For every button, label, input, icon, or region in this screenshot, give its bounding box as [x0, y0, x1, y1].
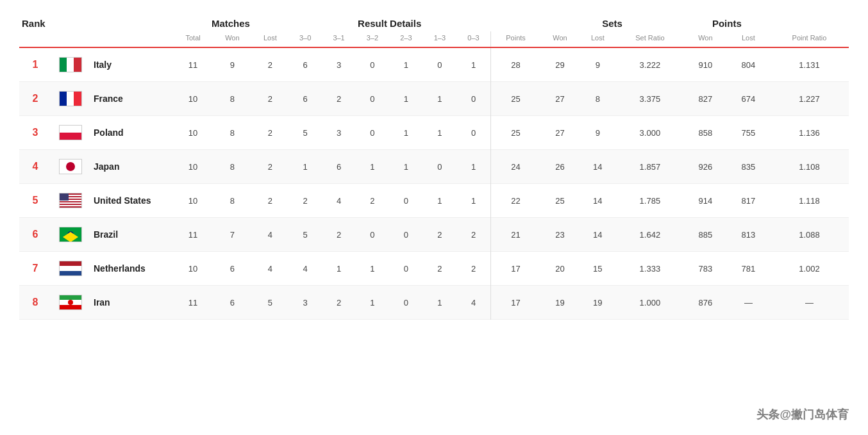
- point-ratio-cell: 1.088: [770, 218, 849, 252]
- points-cell: 17: [490, 252, 540, 286]
- r32-cell: 1: [356, 252, 389, 286]
- r32-cell: 1: [356, 150, 389, 184]
- r23-cell: 0: [389, 184, 422, 218]
- watermark: 头条@撇门岛体育: [756, 407, 849, 422]
- country-name-cell: Iran: [90, 286, 173, 320]
- r32-cell: 1: [356, 286, 389, 320]
- set-ratio-cell: 1.642: [616, 218, 684, 252]
- pts-lost-cell: 755: [727, 116, 770, 150]
- subh-sets-won: Won: [540, 31, 580, 47]
- table-row: 6 Brazil 11 7 4 5 2 0 0 2 2 21 23 14 1.6…: [19, 218, 849, 252]
- r03-cell: 1: [456, 150, 490, 184]
- point-ratio-cell: 1.118: [770, 184, 849, 218]
- set-ratio-cell: 1.785: [616, 184, 684, 218]
- sub-header-row: Total Won Lost 3–0 3–1 3–2 2–3 1–3 0–3 P…: [19, 31, 849, 47]
- flag-cell: [51, 82, 90, 116]
- subh-total: Total: [173, 31, 213, 47]
- won-cell: 6: [213, 252, 252, 286]
- country-name-cell: Poland: [90, 116, 173, 150]
- subh-r32: 3–2: [356, 31, 389, 47]
- pts-lost-cell: 813: [727, 218, 770, 252]
- r31-cell: 3: [322, 48, 355, 82]
- r30-cell: 5: [288, 116, 322, 150]
- subh-point-ratio: Point Ratio: [770, 31, 849, 47]
- subh-rank: [19, 31, 51, 47]
- lost-cell: 2: [252, 48, 288, 82]
- r23-cell: 1: [389, 48, 422, 82]
- r31-cell: 6: [322, 150, 355, 184]
- rank-cell: 3: [19, 116, 51, 150]
- pts-won-cell: 926: [684, 150, 727, 184]
- set-ratio-cell: 1.000: [616, 286, 684, 320]
- total-cell: 10: [173, 184, 213, 218]
- rank-cell: 8: [19, 286, 51, 320]
- r23-cell: 0: [389, 252, 422, 286]
- total-cell: 10: [173, 252, 213, 286]
- total-cell: 10: [173, 82, 213, 116]
- lost-cell: 2: [252, 82, 288, 116]
- section-header-row: Rank Matches Result Details Sets Points: [19, 13, 849, 31]
- table-body: 1 Italy 11 9 2 6 3 0 1 0 1 28 29 9 3.222…: [19, 48, 849, 320]
- subh-r23: 2–3: [389, 31, 422, 47]
- sets-won-cell: 23: [540, 218, 580, 252]
- sets-won-cell: 25: [540, 184, 580, 218]
- r30-cell: 6: [288, 82, 322, 116]
- sets-lost-cell: 8: [580, 82, 616, 116]
- result-details-section-header: Result Details: [288, 13, 491, 31]
- country-name-cell: Brazil: [90, 218, 173, 252]
- lost-cell: 4: [252, 218, 288, 252]
- sets-won-cell: 27: [540, 82, 580, 116]
- pts-won-cell: 914: [684, 184, 727, 218]
- subh-pts-won: Won: [684, 31, 727, 47]
- matches-section-header: Matches: [173, 13, 288, 31]
- flag-cell: [51, 48, 90, 82]
- points-cell: 22: [490, 184, 540, 218]
- flag-cell: [51, 252, 90, 286]
- sets-lost-cell: 9: [580, 116, 616, 150]
- r13-cell: 1: [423, 286, 456, 320]
- flag-cell: [51, 116, 90, 150]
- set-ratio-cell: 3.222: [616, 48, 684, 82]
- sets-lost-cell: 14: [580, 218, 616, 252]
- sets-won-cell: 27: [540, 116, 580, 150]
- won-cell: 7: [213, 218, 252, 252]
- subh-r31: 3–1: [322, 31, 355, 47]
- won-cell: 6: [213, 286, 252, 320]
- total-cell: 10: [173, 116, 213, 150]
- r30-cell: 5: [288, 218, 322, 252]
- r13-cell: 0: [423, 48, 456, 82]
- r13-cell: 1: [423, 116, 456, 150]
- set-ratio-cell: 1.857: [616, 150, 684, 184]
- rank-cell: 7: [19, 252, 51, 286]
- rankings-table: Rank Matches Result Details Sets Points …: [19, 13, 849, 320]
- r23-cell: 0: [389, 218, 422, 252]
- r30-cell: 4: [288, 252, 322, 286]
- country-name-cell: Japan: [90, 150, 173, 184]
- r30-cell: 3: [288, 286, 322, 320]
- points-cell: 21: [490, 218, 540, 252]
- total-cell: 11: [173, 286, 213, 320]
- r30-cell: 6: [288, 48, 322, 82]
- r03-cell: 1: [456, 48, 490, 82]
- r30-cell: 1: [288, 150, 322, 184]
- subh-pts-lost: Lost: [727, 31, 770, 47]
- subh-set-ratio: Set Ratio: [616, 31, 684, 47]
- sets-lost-cell: 14: [580, 150, 616, 184]
- sets-won-cell: 19: [540, 286, 580, 320]
- points-cell: 28: [490, 48, 540, 82]
- set-ratio-cell: 3.000: [616, 116, 684, 150]
- rank-cell: 4: [19, 150, 51, 184]
- r03-cell: 1: [456, 184, 490, 218]
- total-cell: 11: [173, 218, 213, 252]
- table-row: 4 Japan 10 8 2 1 6 1 1 0 1 24 26 14 1.85…: [19, 150, 849, 184]
- table-row: 8 Iran 11 6 5 3 2 1 0 1 4 17 19 19 1.000…: [19, 286, 849, 320]
- set-ratio-cell: 1.333: [616, 252, 684, 286]
- pts-lost-cell: 781: [727, 252, 770, 286]
- r32-cell: 0: [356, 82, 389, 116]
- flag-cell: [51, 286, 90, 320]
- r03-cell: 4: [456, 286, 490, 320]
- rank-cell: 5: [19, 184, 51, 218]
- r13-cell: 0: [423, 150, 456, 184]
- r32-cell: 0: [356, 218, 389, 252]
- country-name-cell: Netherlands: [90, 252, 173, 286]
